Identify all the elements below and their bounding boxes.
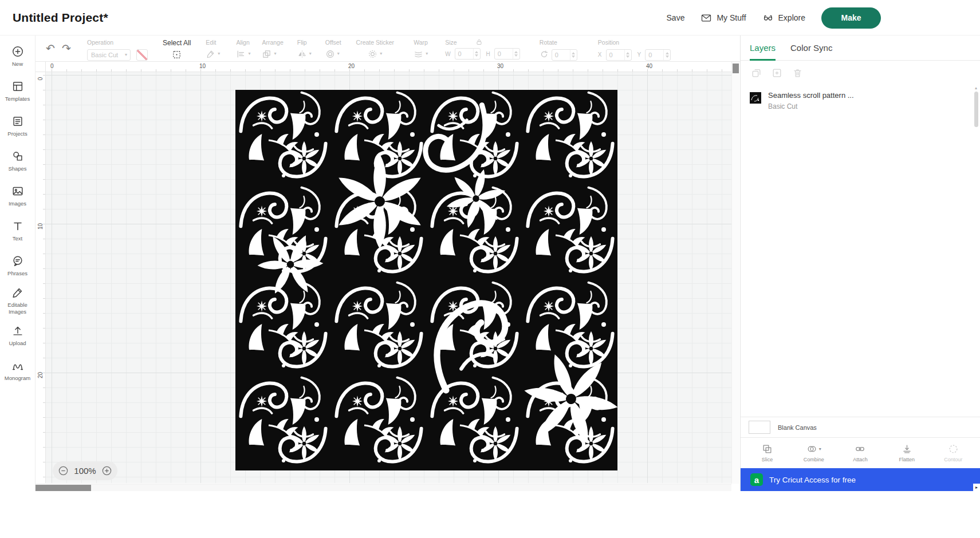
- position-y-input[interactable]: 0: [645, 49, 671, 61]
- scroll-right-arrow-icon[interactable]: ▸: [973, 484, 980, 491]
- sidebar-item-editable-images[interactable]: Editable Images: [0, 283, 36, 318]
- sidebar-item-label: Editable Images: [2, 302, 34, 316]
- select-all-icon[interactable]: [172, 50, 182, 60]
- canvas-color-swatch[interactable]: [749, 421, 770, 434]
- sidebar-item-images[interactable]: Images: [0, 179, 36, 213]
- height-label: H: [486, 51, 490, 57]
- group-icon[interactable]: [751, 68, 762, 78]
- create-sticker-button[interactable]: ▾: [356, 49, 395, 59]
- flip-icon: [297, 49, 307, 59]
- trash-icon[interactable]: [792, 68, 803, 78]
- sidebar-item-phrases[interactable]: Phrases: [0, 248, 36, 283]
- lock-icon[interactable]: [475, 38, 483, 46]
- height-input[interactable]: 0: [494, 48, 520, 60]
- operation-select[interactable]: Basic Cut ▾: [87, 49, 131, 61]
- layer-item[interactable]: Seamless scroll pattern ... Basic Cut: [741, 85, 980, 117]
- stepper-arrows[interactable]: [663, 50, 670, 60]
- design-canvas[interactable]: [46, 72, 731, 483]
- zoom-out-button[interactable]: [58, 465, 69, 476]
- cricut-access-banner-text: Try Cricut Access for free: [769, 476, 856, 484]
- panel-scrollbar-thumb[interactable]: [974, 92, 978, 127]
- edit-label: Edit: [206, 39, 220, 46]
- sidebar-item-label: Images: [9, 200, 26, 207]
- arrange-label: Arrange: [262, 39, 283, 46]
- undo-button[interactable]: ↶: [42, 39, 58, 57]
- chevron-down-icon: ▾: [426, 52, 428, 56]
- tab-color-sync[interactable]: Color Sync: [790, 35, 832, 61]
- blank-canvas-label: Blank Canvas: [778, 424, 817, 431]
- stepper-arrows[interactable]: [624, 50, 631, 60]
- combine-button[interactable]: ▾ Combine: [798, 444, 830, 462]
- arrange-group: Arrange ▾: [262, 35, 283, 61]
- layer-actions-bar: Slice ▾ Combine Attach Flatten Contour: [741, 437, 980, 468]
- save-button[interactable]: Save: [667, 13, 685, 22]
- stepper-arrows[interactable]: [473, 49, 480, 59]
- arrange-icon: [262, 49, 271, 59]
- sidebar-item-projects[interactable]: Projects: [0, 109, 36, 144]
- flatten-button[interactable]: Flatten: [891, 444, 923, 462]
- contour-button[interactable]: Contour: [937, 444, 969, 462]
- shapes-icon: [11, 150, 24, 163]
- panel-scrollbar[interactable]: ▴: [974, 86, 978, 406]
- canvas-image-seamless-scroll-pattern[interactable]: [235, 90, 617, 470]
- sidebar-item-shapes[interactable]: Shapes: [0, 144, 36, 179]
- duplicate-icon[interactable]: [772, 68, 782, 78]
- scroll-up-arrow-icon[interactable]: ▴: [975, 86, 977, 90]
- redo-button[interactable]: ↷: [58, 39, 74, 57]
- sidebar-item-templates[interactable]: Templates: [0, 74, 36, 109]
- explore-button[interactable]: Explore: [762, 12, 805, 23]
- my-stuff-button[interactable]: My Stuff: [700, 12, 746, 23]
- flip-menu-button[interactable]: ▾: [297, 49, 312, 59]
- stepper-arrows[interactable]: [570, 50, 577, 60]
- align-label: Align: [236, 39, 250, 46]
- combine-icon: [806, 444, 817, 454]
- stepper-arrows[interactable]: [513, 49, 519, 59]
- slice-button[interactable]: Slice: [751, 444, 784, 462]
- select-all-label: Select All: [163, 39, 191, 46]
- rotate-input[interactable]: 0: [552, 49, 577, 61]
- sidebar-item-monogram[interactable]: Monogram: [0, 353, 36, 388]
- position-x-input[interactable]: 0: [606, 49, 632, 61]
- chevron-down-icon: ▾: [819, 447, 821, 452]
- attach-button[interactable]: Attach: [844, 444, 876, 462]
- sidebar-item-label: Templates: [5, 96, 30, 102]
- ruler-tick-label: 0: [50, 63, 54, 69]
- align-group: Align ▾: [236, 35, 250, 61]
- warp-group: Warp ▾: [414, 35, 428, 61]
- offset-icon: [325, 49, 335, 59]
- horizontal-scrollbar[interactable]: [36, 484, 731, 491]
- page-title: Untitled Project*: [13, 11, 108, 25]
- offset-menu-button[interactable]: ▾: [325, 49, 341, 59]
- width-input[interactable]: 0: [455, 48, 481, 60]
- align-menu-button[interactable]: ▾: [236, 49, 250, 59]
- blank-canvas-row[interactable]: Blank Canvas: [741, 417, 980, 437]
- vertical-scrollbar[interactable]: [731, 62, 739, 484]
- cricut-access-banner[interactable]: a Try Cricut Access for free: [741, 468, 980, 491]
- sidebar-item-upload[interactable]: Upload: [0, 318, 36, 353]
- horizontal-scrollbar-thumb[interactable]: [36, 485, 91, 491]
- arrange-menu-button[interactable]: ▾: [262, 49, 283, 59]
- warp-label: Warp: [414, 39, 428, 46]
- header-actions: Save My Stuff Explore Make: [667, 0, 881, 35]
- ruler-tick-label: 0: [37, 75, 44, 83]
- sidebar-item-new[interactable]: New: [0, 39, 36, 74]
- vertical-scrollbar-thumb[interactable]: [733, 64, 739, 73]
- sidebar-item-label: Phrases: [7, 270, 27, 277]
- sidebar-item-label: Shapes: [8, 165, 26, 172]
- warp-button[interactable]: ▾: [414, 49, 428, 59]
- make-button[interactable]: Make: [821, 7, 881, 29]
- panel-tabs: Layers Color Sync: [741, 35, 980, 61]
- chevron-down-icon: ▾: [248, 52, 250, 56]
- cricut-design-space-app: Untitled Project* Save My Stuff Explore …: [0, 0, 980, 538]
- tab-layers[interactable]: Layers: [750, 35, 776, 61]
- phrases-icon: [11, 255, 24, 267]
- pen-icon: [206, 49, 215, 59]
- sidebar-item-text[interactable]: Text: [0, 213, 36, 248]
- vertical-ruler: 0 10 20: [36, 72, 46, 483]
- color-swatch-button[interactable]: [136, 49, 148, 61]
- zoom-in-button[interactable]: [101, 465, 112, 476]
- layer-thumbnail: [750, 92, 761, 104]
- ruler-corner: [36, 62, 46, 72]
- chevron-down-icon: ▾: [380, 52, 382, 56]
- edit-menu-button[interactable]: ▾: [206, 49, 220, 59]
